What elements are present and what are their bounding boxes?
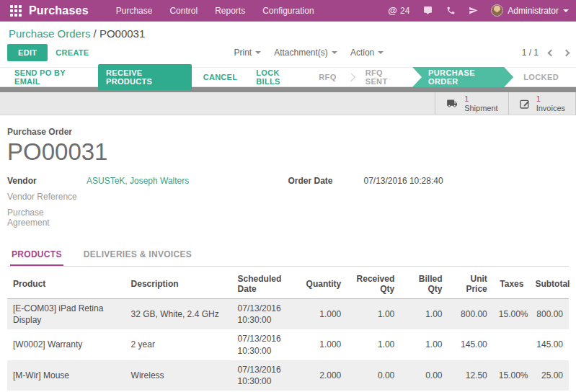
- stat-button-box: 1 Shipment 1 Invoices: [0, 92, 576, 115]
- cell-description: 2 year: [125, 329, 232, 360]
- vendor-label: Vendor: [7, 176, 87, 187]
- status-purchase-order[interactable]: PURCHASE ORDER: [412, 67, 513, 87]
- page-title: PO00031: [7, 138, 569, 166]
- col-unit-price: Unit Price: [448, 268, 492, 299]
- phone-button[interactable]: [446, 6, 456, 15]
- cell-billed-qty: 1.00: [400, 329, 448, 360]
- chevron-down-icon: [563, 9, 569, 12]
- cell-unit-price: 800.00: [448, 298, 492, 329]
- shipment-stat-button[interactable]: 1 Shipment: [435, 92, 508, 115]
- cell-billed-qty: 0.00: [400, 360, 448, 391]
- pager-previous-icon[interactable]: [548, 49, 555, 56]
- vendor-value[interactable]: ASUSTeK, Joseph Walters: [87, 176, 189, 187]
- create-button[interactable]: CREATE: [48, 44, 97, 61]
- record-type-label: Purchase Order: [7, 127, 569, 137]
- main-menu: Purchase Control Reports Configuration: [109, 0, 322, 22]
- breadcrumb: Purchase Orders / PO00031: [7, 26, 569, 44]
- col-billed-qty: Billed Qty: [400, 268, 448, 299]
- breadcrumb-parent[interactable]: Purchase Orders: [9, 27, 90, 40]
- messages-button[interactable]: [422, 6, 433, 15]
- cell-subtotal: 145.00: [529, 329, 569, 360]
- menu-control[interactable]: Control: [162, 0, 205, 22]
- paper-plane-icon: [469, 6, 478, 15]
- cell-description: Wireless: [125, 360, 232, 391]
- receive-products-button[interactable]: RECEIVE PRODUCTS: [98, 64, 192, 90]
- pager-next-icon[interactable]: [563, 49, 570, 56]
- user-name: Administrator: [508, 6, 559, 16]
- chevron-right-icon: [347, 73, 355, 81]
- tab-deliveries-invoices[interactable]: DELIVERIES & INVOICES: [82, 245, 193, 266]
- print-dropdown[interactable]: Print: [234, 48, 261, 58]
- cell-subtotal: 800.00: [529, 298, 569, 329]
- order-date-label: Order Date: [288, 176, 364, 187]
- notebook-tabs: PRODUCTS DELIVERIES & INVOICES: [7, 245, 569, 267]
- cell-taxes: 15.00%: [493, 298, 530, 329]
- cell-unit-price: 145.00: [448, 329, 492, 360]
- at-icon: @: [388, 5, 397, 16]
- pager-value: 1 / 1: [522, 48, 539, 58]
- cell-scheduled-date: 07/13/2016 10:30:00: [232, 329, 299, 360]
- invoices-stat-button[interactable]: 1 Invoices: [508, 92, 576, 115]
- cell-received-qty: 0.00: [347, 360, 400, 391]
- cell-scheduled-date: 07/13/2016 10:30:00: [232, 360, 299, 391]
- cell-quantity: 1.000: [299, 298, 347, 329]
- col-description: Description: [125, 268, 232, 299]
- cell-subtotal: 25.00: [529, 360, 569, 391]
- cell-quantity: 2.000: [299, 360, 347, 391]
- statusbar: SEND PO BY EMAIL RECEIVE PRODUCTS CANCEL…: [0, 67, 576, 87]
- cell-scheduled-date: 07/13/2016 10:30:00: [232, 298, 299, 329]
- avatar: [491, 4, 503, 17]
- activities-count: 24: [400, 6, 409, 16]
- field-group: Vendor ASUSTeK, Joseph Walters Vendor Re…: [7, 176, 569, 232]
- systray: @ 24 Administrator: [388, 4, 569, 17]
- edit-square-icon: [519, 98, 531, 110]
- user-menu[interactable]: Administrator: [491, 4, 569, 17]
- status-locked[interactable]: LOCKED: [513, 67, 569, 87]
- control-panel: Purchase Orders / PO00031 EDIT CREATE Pr…: [0, 22, 576, 67]
- cell-product: [W0002] Warranty: [7, 329, 125, 360]
- col-received-qty: Received Qty: [347, 268, 400, 299]
- table-row[interactable]: [W0002] Warranty 2 year 07/13/2016 10:30…: [7, 329, 569, 360]
- apps-menu-icon[interactable]: [10, 5, 22, 17]
- truck-icon: [446, 98, 458, 109]
- status-rfq-sent[interactable]: RFQ SENT: [355, 67, 412, 87]
- vendor-reference-label: Vendor Reference: [7, 192, 87, 203]
- lock-bills-button[interactable]: LOCK BILLS: [249, 65, 309, 89]
- activities-button[interactable]: @ 24: [388, 5, 409, 16]
- table-header-row: Product Description Scheduled Date Quant…: [7, 268, 569, 299]
- app-name[interactable]: Purchases: [29, 4, 89, 17]
- cell-product: [M-Wir] Mouse: [7, 360, 125, 391]
- menu-purchase[interactable]: Purchase: [109, 0, 160, 22]
- cancel-button[interactable]: CANCEL: [196, 69, 245, 85]
- table-row[interactable]: [M-Wir] Mouse Wireless 07/13/2016 10:30:…: [7, 360, 569, 391]
- attachments-dropdown[interactable]: Attachment(s): [274, 48, 337, 58]
- edit-button[interactable]: EDIT: [7, 44, 48, 61]
- purchase-agreement-label: Purchase Agreement: [7, 208, 87, 228]
- chat-bubble-icon: [422, 6, 433, 15]
- invoices-label: Invoices: [536, 104, 565, 113]
- col-taxes: Taxes: [493, 268, 530, 299]
- order-date-value: 07/13/2016 10:28:40: [364, 176, 443, 187]
- cell-billed-qty: 1.00: [400, 298, 448, 329]
- send-po-by-email-button[interactable]: SEND PO BY EMAIL: [7, 65, 94, 89]
- menu-configuration[interactable]: Configuration: [255, 0, 321, 22]
- table-row[interactable]: [E-COM03] iPad Retina Display 32 GB, Whi…: [7, 298, 569, 329]
- menu-reports[interactable]: Reports: [208, 0, 252, 22]
- tab-products[interactable]: PRODUCTS: [10, 245, 63, 266]
- cell-unit-price: 12.50: [448, 360, 492, 391]
- cell-taxes: [493, 329, 530, 360]
- invoices-count: 1: [536, 94, 565, 104]
- send-plane-button[interactable]: [469, 6, 478, 15]
- col-quantity: Quantity: [299, 268, 347, 299]
- col-product: Product: [7, 268, 125, 299]
- cell-quantity: 1.000: [299, 329, 347, 360]
- status-pipeline: RFQ RFQ SENT PURCHASE ORDER LOCKED: [309, 67, 569, 87]
- phone-icon: [446, 6, 456, 15]
- col-scheduled-date: Scheduled Date: [232, 268, 299, 299]
- chevron-down-icon: [255, 51, 261, 54]
- col-subtotal: Subtotal: [529, 268, 569, 299]
- breadcrumb-separator: /: [94, 27, 97, 40]
- status-rfq[interactable]: RFQ: [309, 67, 346, 87]
- action-dropdown[interactable]: Action: [350, 48, 384, 58]
- cell-received-qty: 1.00: [347, 298, 400, 329]
